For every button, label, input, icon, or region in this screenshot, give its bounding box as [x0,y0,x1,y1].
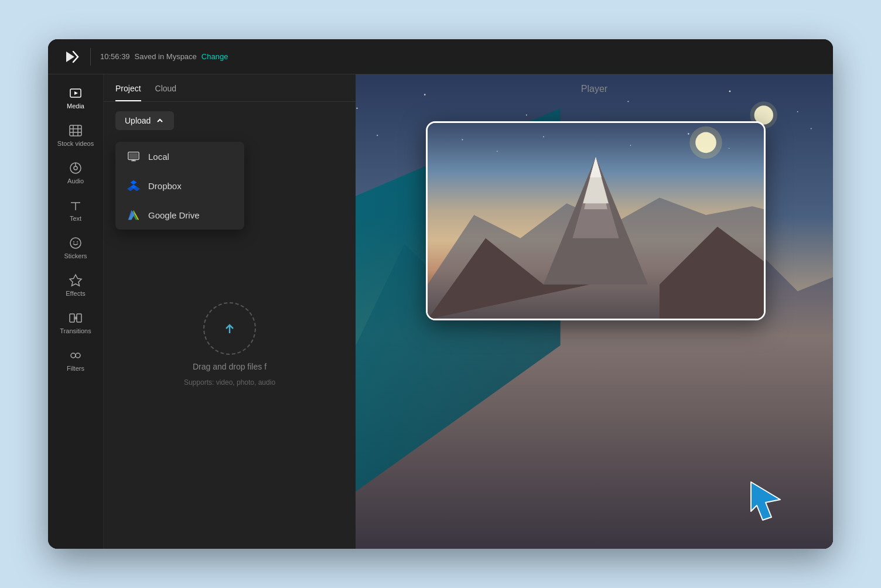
sidebar-item-filters[interactable]: Filters [52,343,99,378]
upload-arrow-icon [220,319,239,338]
cursor-arrow [745,476,792,525]
audio-label: Audio [67,177,84,184]
sidebar-item-media[interactable]: Media [52,80,99,115]
chevron-up-icon [155,116,165,125]
svg-point-13 [73,241,74,242]
sidebar-item-stock-videos[interactable]: Stock videos [52,118,99,153]
logo [60,46,81,67]
transitions-icon [69,311,83,325]
app-window: 10:56:39 Saved in Myspace Change Media [48,39,833,549]
timestamp: 10:56:39 [100,52,130,61]
sidebar-item-stickers[interactable]: Stickers [52,230,99,265]
svg-point-8 [74,166,77,170]
stock-videos-icon [69,124,83,138]
stickers-label: Stickers [64,252,87,259]
svg-rect-16 [70,314,74,322]
saved-text: Saved in Myspace [135,52,197,61]
svg-marker-15 [70,275,81,286]
drop-main-text: Drag and drop files f [193,362,267,371]
google-drive-label: Google Drive [148,210,200,220]
svg-rect-2 [70,125,81,136]
drop-sub-text: Supports: video, photo, audio [184,378,275,387]
svg-point-49 [729,148,730,149]
svg-point-32 [627,101,629,102]
dropdown-item-local[interactable]: Local [115,142,244,171]
effects-label: Effects [66,290,85,297]
player-panel: Player [356,74,833,549]
stock-videos-label: Stock videos [57,140,94,147]
transitions-label: Transitions [60,327,91,334]
svg-point-14 [77,241,78,242]
media-icon [69,86,83,100]
effects-icon [69,274,83,288]
center-panel: Project Cloud Upload [104,74,356,549]
svg-point-36 [377,135,378,136]
svg-marker-1 [74,91,78,95]
audio-icon [69,161,83,175]
local-icon [127,150,140,163]
panel-tabs: Project Cloud [104,74,356,102]
svg-marker-60 [751,482,780,520]
svg-point-47 [630,145,631,146]
svg-point-18 [71,353,76,358]
dropbox-label: Dropbox [148,181,182,191]
left-sidebar: Media Stock videos Audio [48,74,104,549]
sidebar-item-transitions[interactable]: Transitions [52,305,99,340]
sidebar-item-text[interactable]: Text [52,193,99,228]
upload-section: Upload [104,102,356,139]
drop-circle-icon [203,302,256,355]
dropbox-icon [127,179,140,192]
player-title: Player [356,84,833,94]
upload-dropdown: Local Dropbox Google [115,142,244,230]
floating-preview-card [426,121,766,320]
filters-icon [69,348,83,363]
svg-point-35 [811,128,812,129]
svg-point-34 [797,111,798,112]
text-label: Text [70,215,81,222]
local-label: Local [148,152,169,162]
sidebar-item-effects[interactable]: Effects [52,268,99,303]
svg-point-45 [497,151,498,152]
change-link[interactable]: Change [202,52,228,61]
svg-point-31 [526,115,527,116]
svg-point-29 [356,108,357,109]
filters-label: Filters [67,365,84,372]
stickers-icon [69,236,83,250]
top-bar-info: 10:56:39 Saved in Myspace Change [100,52,228,61]
svg-rect-17 [77,314,81,322]
top-bar: 10:56:39 Saved in Myspace Change [48,39,833,74]
svg-point-12 [70,238,81,248]
top-bar-divider [90,48,91,66]
text-icon [69,199,83,213]
tab-cloud[interactable]: Cloud [155,84,177,101]
upload-label: Upload [125,116,151,125]
dropdown-item-dropbox[interactable]: Dropbox [115,171,244,200]
media-label: Media [67,102,84,110]
google-drive-icon [127,208,140,221]
svg-point-51 [689,127,722,159]
svg-point-48 [688,133,689,134]
svg-point-19 [76,353,80,358]
dropdown-item-google-drive[interactable]: Google Drive [115,200,244,230]
svg-point-44 [462,139,463,140]
upload-button[interactable]: Upload [115,111,174,130]
main-content: Media Stock videos Audio [48,74,833,549]
sidebar-item-audio[interactable]: Audio [52,155,99,190]
svg-rect-21 [129,153,138,159]
tab-project[interactable]: Project [115,84,141,101]
svg-point-46 [543,136,544,138]
